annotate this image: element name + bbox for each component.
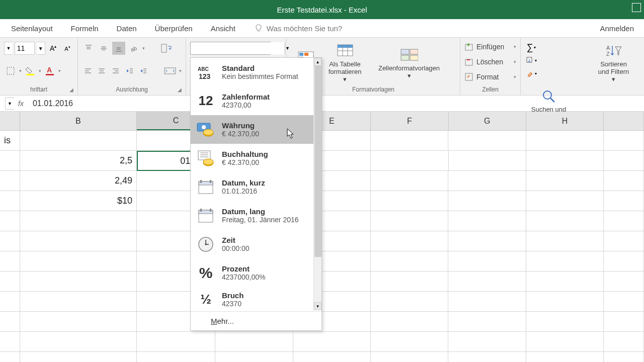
window-control-icon[interactable]: [632, 3, 641, 12]
cell[interactable]: [20, 352, 137, 362]
cell[interactable]: [449, 151, 526, 171]
insert-button[interactable]: Einfügen: [476, 43, 504, 51]
cell[interactable]: [604, 191, 644, 211]
cell[interactable]: [371, 191, 448, 211]
col-header-b[interactable]: B: [20, 112, 137, 130]
cell[interactable]: [20, 272, 137, 292]
format-as-table-button[interactable]: Als Tabelle formatieren ▾: [321, 40, 369, 85]
col-header-a-partial[interactable]: [0, 112, 20, 130]
tab-formulas[interactable]: Formeln: [62, 19, 108, 37]
format-option-number[interactable]: 12 Zahlenformat42370,00: [191, 86, 313, 115]
cell[interactable]: [0, 272, 20, 292]
cell[interactable]: [526, 211, 604, 231]
number-format-combo[interactable]: ▼: [190, 42, 271, 55]
more-formats-button[interactable]: Mehr...: [191, 311, 321, 330]
cell[interactable]: [371, 131, 448, 151]
cell[interactable]: [0, 151, 20, 171]
cell-b1[interactable]: [20, 131, 137, 151]
cell[interactable]: [448, 251, 526, 272]
cell[interactable]: [0, 211, 20, 231]
scroll-down-button[interactable]: ▼: [314, 302, 321, 310]
cell[interactable]: [526, 131, 604, 151]
delete-button[interactable]: Löschen: [476, 58, 503, 66]
cell[interactable]: [604, 251, 644, 272]
tell-me-search[interactable]: Was möchten Sie tun?: [255, 24, 342, 33]
cell[interactable]: [526, 191, 604, 211]
alignment-launcher-icon[interactable]: ◢: [178, 87, 184, 93]
cell[interactable]: [448, 272, 526, 292]
cell[interactable]: [526, 251, 604, 272]
cell[interactable]: [604, 231, 644, 251]
cell[interactable]: [137, 332, 215, 352]
align-left-button[interactable]: [82, 64, 94, 77]
font-size-dropdown-arrow[interactable]: ▼: [37, 42, 45, 55]
cell[interactable]: [0, 332, 20, 352]
cell[interactable]: [604, 171, 644, 191]
cell[interactable]: [215, 352, 293, 362]
format-option-currency[interactable]: Währung€ 42.370,00: [191, 115, 313, 144]
cell[interactable]: [604, 332, 644, 352]
cell[interactable]: [371, 332, 448, 352]
cell[interactable]: [604, 131, 644, 151]
format-option-fraction[interactable]: ½ Bruch42370: [191, 287, 313, 311]
cell[interactable]: [371, 251, 448, 272]
tab-review[interactable]: Überprüfen: [146, 19, 202, 37]
fx-label[interactable]: fx: [18, 100, 24, 108]
autosum-button[interactable]: ∑▾: [525, 41, 538, 54]
format-option-time[interactable]: Zeit00:00:00: [191, 230, 313, 258]
font-dropdown-arrow[interactable]: ▼: [4, 42, 13, 55]
font-launcher-icon[interactable]: ◢: [69, 87, 75, 93]
cell[interactable]: [0, 312, 20, 332]
cell[interactable]: [20, 332, 137, 352]
align-right-button[interactable]: [110, 64, 122, 77]
cell[interactable]: [448, 292, 526, 312]
cell-b3[interactable]: 2,49: [20, 171, 137, 191]
cell[interactable]: [371, 312, 448, 332]
number-format-input[interactable]: [191, 42, 285, 54]
align-top-button[interactable]: [82, 42, 95, 55]
cell-b2[interactable]: 2,5: [20, 151, 137, 171]
cell[interactable]: [448, 211, 526, 231]
formula-input[interactable]: 01.01.2016: [33, 99, 73, 108]
cell[interactable]: [371, 211, 448, 231]
dropdown-scrollbar[interactable]: ▲ ▼: [313, 58, 321, 310]
format-option-percent[interactable]: % Prozent4237000,00%: [191, 258, 313, 287]
merge-center-button[interactable]: [163, 64, 177, 77]
cell[interactable]: [0, 292, 20, 312]
cell[interactable]: [604, 312, 644, 332]
font-color-button[interactable]: A: [43, 64, 56, 77]
cell-b4[interactable]: $10: [20, 191, 137, 211]
cell[interactable]: [526, 292, 604, 312]
cell[interactable]: [526, 332, 604, 352]
cell[interactable]: [0, 191, 20, 211]
format-option-long-date[interactable]: Datum, langFreitag, 01. Jänner 2016: [191, 201, 313, 230]
cell[interactable]: [137, 352, 215, 362]
cell[interactable]: [0, 251, 20, 272]
cell[interactable]: [448, 191, 526, 211]
cell-styles-button[interactable]: Zellenformatvorlagen ▾: [369, 40, 449, 85]
scroll-thumb[interactable]: [314, 66, 321, 257]
cell[interactable]: [371, 231, 448, 251]
cell[interactable]: [0, 171, 20, 191]
cell[interactable]: [526, 312, 604, 332]
sign-in-link[interactable]: Anmelden: [600, 24, 634, 33]
cell[interactable]: [20, 292, 137, 312]
cell[interactable]: [448, 131, 526, 151]
cell[interactable]: [20, 231, 137, 251]
align-bottom-button[interactable]: [112, 42, 125, 55]
cell[interactable]: [20, 211, 137, 231]
tab-data[interactable]: Daten: [108, 19, 146, 37]
border-button[interactable]: [4, 64, 17, 77]
fill-color-button[interactable]: [24, 64, 37, 77]
tab-page-layout[interactable]: Seitenlayout: [2, 19, 62, 37]
decrease-indent-button[interactable]: [124, 64, 136, 77]
sort-filter-button[interactable]: AZ Sortieren und Filtern ▾: [590, 40, 637, 85]
fill-button[interactable]: ▾: [525, 54, 538, 67]
cell[interactable]: [293, 352, 371, 362]
cell[interactable]: [604, 211, 644, 231]
col-header-f[interactable]: F: [371, 112, 448, 130]
increase-font-button[interactable]: A▴: [47, 42, 59, 55]
cell[interactable]: [20, 312, 137, 332]
cell[interactable]: [526, 272, 604, 292]
cell[interactable]: [215, 332, 293, 352]
